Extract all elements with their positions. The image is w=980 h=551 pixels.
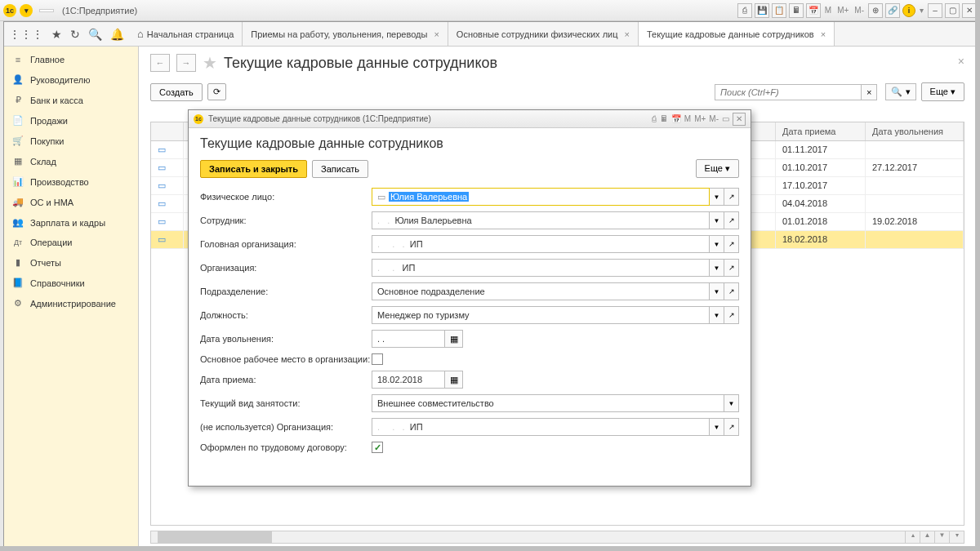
open-icon[interactable]: ↗: [724, 306, 739, 324]
tab-close-icon[interactable]: ×: [821, 29, 826, 39]
mem-mminus[interactable]: M-: [853, 6, 866, 15]
search-icon[interactable]: 🔍: [88, 28, 102, 41]
scroll-down-icon[interactable]: ▼: [934, 531, 949, 543]
dropdown-icon[interactable]: ▼: [710, 211, 724, 229]
dialog-more-button[interactable]: Еще ▾: [696, 159, 739, 178]
print-icon[interactable]: ⎙: [737, 3, 752, 18]
h-scrollbar[interactable]: ▴ ▲ ▼ ▾: [150, 531, 964, 544]
tab-hires[interactable]: Приемы на работу, увольнения, переводы×: [243, 22, 448, 46]
search-clear-icon[interactable]: ×: [862, 84, 877, 100]
sidebar-item-hr[interactable]: 👥Зарплата и кадры: [4, 212, 138, 233]
dialog-calendar-icon[interactable]: 📅: [671, 114, 681, 123]
bell-icon[interactable]: 🔔: [110, 28, 124, 41]
minimize-icon[interactable]: –: [928, 3, 942, 18]
open-icon[interactable]: ↗: [724, 259, 739, 277]
scroll-up-icon[interactable]: ▲: [920, 531, 934, 543]
tab-main-employees[interactable]: Основные сотрудники физических лиц×: [448, 22, 639, 46]
field-fire-date[interactable]: . .: [372, 330, 445, 348]
mem-mplus[interactable]: M+: [835, 6, 850, 15]
scroll-top-icon[interactable]: ▴: [905, 531, 920, 543]
open-icon[interactable]: ↗: [724, 188, 739, 206]
save-close-button[interactable]: Записать и закрыть: [200, 160, 307, 178]
field-person[interactable]: ▭Юлия Валерьевна: [372, 188, 710, 206]
sidebar-item-reports[interactable]: ▮Отчеты: [4, 252, 138, 273]
people-icon: 👥: [12, 217, 24, 228]
sidebar-item-stock[interactable]: ▦Склад: [4, 151, 138, 171]
field-position[interactable]: Менеджер по туризму: [372, 306, 710, 324]
nav-fwd-icon[interactable]: →: [176, 54, 196, 72]
field-emp-type[interactable]: Внешнее совместительство: [372, 394, 724, 412]
field-org[interactable]: . . ИП: [372, 259, 710, 277]
open-icon[interactable]: ↗: [724, 211, 739, 229]
tab-home[interactable]: Начальная страница: [129, 22, 243, 46]
nav-back-icon[interactable]: ←: [150, 54, 170, 72]
search-input[interactable]: [715, 84, 862, 100]
open-icon[interactable]: ↗: [724, 282, 739, 300]
checkbox-main-place[interactable]: [372, 353, 383, 365]
col-hire-date[interactable]: Дата приема: [776, 122, 866, 140]
star-icon[interactable]: ★: [51, 28, 62, 41]
dialog-print-icon[interactable]: ⎙: [652, 114, 657, 123]
history-icon[interactable]: ↻: [70, 28, 80, 41]
search-button[interactable]: 🔍 ▾: [885, 83, 915, 100]
tab-close-icon[interactable]: ×: [434, 29, 439, 39]
calc-icon[interactable]: 🖩: [789, 3, 804, 18]
save-button[interactable]: Записать: [312, 160, 368, 178]
sidebar-item-purchases[interactable]: 🛒Покупки: [4, 131, 138, 151]
col-fire-date[interactable]: Дата увольнения: [866, 122, 964, 140]
save-icon[interactable]: 💾: [755, 3, 769, 18]
sidebar-item-manager[interactable]: 👤Руководителю: [4, 69, 138, 90]
mem-m[interactable]: M: [823, 6, 833, 15]
calendar-icon[interactable]: ▦: [445, 371, 463, 389]
maximize-icon[interactable]: ▢: [945, 3, 960, 18]
scrollbar-thumb[interactable]: [158, 531, 272, 543]
refresh-button[interactable]: ⟳: [207, 83, 226, 100]
dropdown-icon[interactable]: ▼: [710, 188, 724, 206]
dialog-close-icon[interactable]: ✕: [733, 113, 746, 126]
tab-close-icon[interactable]: ×: [625, 29, 630, 39]
sidebar-item-catalogs[interactable]: 📘Справочники: [4, 273, 138, 293]
dropdown-icon[interactable]: ▼: [710, 306, 724, 324]
dialog-m[interactable]: M: [684, 114, 691, 123]
sidebar-item-production[interactable]: 📊Производство: [4, 171, 138, 192]
open-icon[interactable]: ↗: [724, 235, 739, 253]
scroll-bottom-icon[interactable]: ▾: [949, 531, 964, 543]
link-icon[interactable]: 🔗: [885, 3, 900, 18]
sidebar-item-admin[interactable]: ⚙Администрирование: [4, 293, 138, 313]
sidebar-item-sales[interactable]: 📄Продажи: [4, 110, 138, 131]
calendar-icon[interactable]: 📅: [806, 3, 821, 18]
sidebar-item-bank[interactable]: ₽Банк и касса: [4, 90, 138, 110]
favorite-icon[interactable]: ★: [203, 53, 217, 73]
dialog-mminus[interactable]: M-: [709, 114, 719, 123]
clipboard-icon[interactable]: 📋: [772, 3, 786, 18]
page-close-icon[interactable]: ×: [958, 55, 964, 68]
dropdown-icon[interactable]: ▼: [710, 235, 724, 253]
checkbox-by-contract[interactable]: [372, 442, 383, 453]
apps-icon[interactable]: ⋮⋮⋮: [9, 28, 43, 41]
dialog-calc-icon[interactable]: 🖩: [660, 114, 668, 123]
info-icon[interactable]: i: [902, 4, 915, 17]
field-dept[interactable]: Основное подразделение: [372, 282, 710, 300]
field-employee[interactable]: . . Юлия Валерьевна: [372, 211, 710, 229]
app-dropdown-icon[interactable]: ▾: [20, 4, 33, 17]
dropdown-icon[interactable]: ▼: [724, 394, 739, 412]
create-button[interactable]: Создать: [150, 83, 203, 101]
field-head-org[interactable]: . . . ИП: [372, 235, 710, 253]
zoom-icon[interactable]: ⊕: [868, 3, 883, 18]
dropdown-icon[interactable]: ▼: [710, 282, 724, 300]
open-icon[interactable]: ↗: [724, 418, 739, 436]
col-icon[interactable]: [151, 122, 184, 140]
field-hire-date[interactable]: 18.02.2018: [372, 371, 445, 389]
calendar-icon[interactable]: ▦: [445, 330, 463, 348]
dropdown-icon[interactable]: ▼: [710, 418, 724, 436]
info-dropdown[interactable]: ▾: [918, 6, 925, 15]
sidebar-item-assets[interactable]: 🚚ОС и НМА: [4, 192, 138, 212]
sidebar-item-operations[interactable]: ДтОперации: [4, 233, 138, 252]
dialog-other-icon[interactable]: ▭: [722, 114, 729, 123]
dialog-mplus[interactable]: M+: [694, 114, 706, 123]
sidebar-item-main[interactable]: ≡Главное: [4, 50, 138, 69]
tab-current-hr[interactable]: Текущие кадровые данные сотрудников×: [639, 22, 835, 46]
dropdown-icon[interactable]: ▼: [710, 259, 724, 277]
more-button[interactable]: Еще ▾: [921, 82, 964, 101]
field-unused-org[interactable]: . . . ИП: [372, 418, 710, 436]
